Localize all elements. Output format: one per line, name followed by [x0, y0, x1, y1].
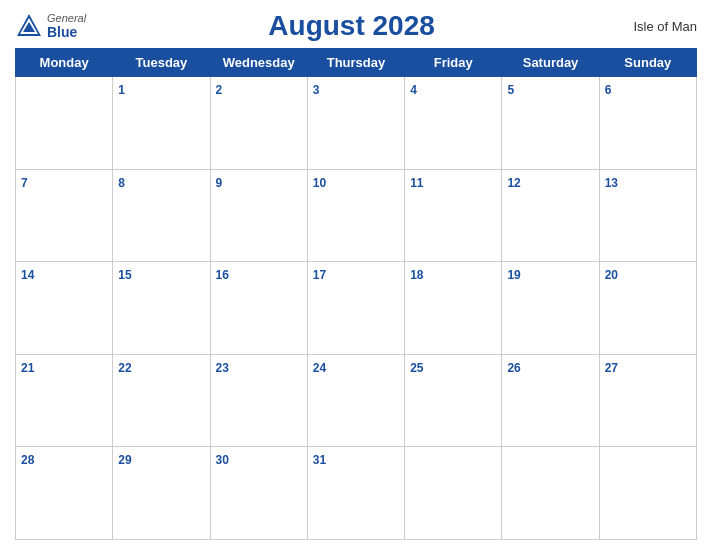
day-number: 3: [313, 83, 320, 97]
day-number: 22: [118, 361, 131, 375]
region-label: Isle of Man: [617, 19, 697, 34]
calendar-cell: 10: [307, 169, 404, 262]
calendar-week-row: 28293031: [16, 447, 697, 540]
day-number: 21: [21, 361, 34, 375]
calendar-cell: 25: [405, 354, 502, 447]
calendar-week-row: 123456: [16, 77, 697, 170]
calendar-cell: 30: [210, 447, 307, 540]
logo: General Blue: [15, 12, 86, 40]
calendar-cell: 22: [113, 354, 210, 447]
calendar-cell: 23: [210, 354, 307, 447]
calendar-cell: 3: [307, 77, 404, 170]
calendar-week-row: 78910111213: [16, 169, 697, 262]
calendar-cell: 26: [502, 354, 599, 447]
calendar-cell: 8: [113, 169, 210, 262]
weekday-header-row: MondayTuesdayWednesdayThursdayFridaySatu…: [16, 49, 697, 77]
day-number: 29: [118, 453, 131, 467]
day-number: 16: [216, 268, 229, 282]
month-title: August 2028: [86, 10, 617, 42]
day-number: 14: [21, 268, 34, 282]
calendar-cell: 16: [210, 262, 307, 355]
calendar-cell: [599, 447, 696, 540]
day-number: 13: [605, 176, 618, 190]
calendar-cell: 6: [599, 77, 696, 170]
day-number: 9: [216, 176, 223, 190]
day-number: 31: [313, 453, 326, 467]
calendar-cell: 4: [405, 77, 502, 170]
weekday-header-wednesday: Wednesday: [210, 49, 307, 77]
calendar-cell: 15: [113, 262, 210, 355]
day-number: 12: [507, 176, 520, 190]
day-number: 25: [410, 361, 423, 375]
calendar-week-row: 21222324252627: [16, 354, 697, 447]
day-number: 28: [21, 453, 34, 467]
day-number: 30: [216, 453, 229, 467]
weekday-header-thursday: Thursday: [307, 49, 404, 77]
weekday-header-saturday: Saturday: [502, 49, 599, 77]
calendar-cell: 17: [307, 262, 404, 355]
day-number: 4: [410, 83, 417, 97]
day-number: 23: [216, 361, 229, 375]
day-number: 11: [410, 176, 423, 190]
day-number: 1: [118, 83, 125, 97]
weekday-header-tuesday: Tuesday: [113, 49, 210, 77]
calendar-cell: 18: [405, 262, 502, 355]
day-number: 2: [216, 83, 223, 97]
day-number: 8: [118, 176, 125, 190]
day-number: 6: [605, 83, 612, 97]
calendar-cell: 27: [599, 354, 696, 447]
calendar-cell: 20: [599, 262, 696, 355]
weekday-header-sunday: Sunday: [599, 49, 696, 77]
day-number: 20: [605, 268, 618, 282]
weekday-header-monday: Monday: [16, 49, 113, 77]
calendar-cell: 1: [113, 77, 210, 170]
day-number: 24: [313, 361, 326, 375]
calendar-cell: 31: [307, 447, 404, 540]
calendar-cell: 7: [16, 169, 113, 262]
calendar-week-row: 14151617181920: [16, 262, 697, 355]
calendar-table: MondayTuesdayWednesdayThursdayFridaySatu…: [15, 48, 697, 540]
calendar-cell: 11: [405, 169, 502, 262]
calendar-cell: 21: [16, 354, 113, 447]
day-number: 17: [313, 268, 326, 282]
day-number: 7: [21, 176, 28, 190]
weekday-header-friday: Friday: [405, 49, 502, 77]
calendar-cell: 14: [16, 262, 113, 355]
calendar-cell: 13: [599, 169, 696, 262]
day-number: 19: [507, 268, 520, 282]
calendar-cell: 5: [502, 77, 599, 170]
calendar-cell: 9: [210, 169, 307, 262]
calendar-cell: 12: [502, 169, 599, 262]
day-number: 27: [605, 361, 618, 375]
day-number: 15: [118, 268, 131, 282]
page-header: General Blue August 2028 Isle of Man: [15, 10, 697, 42]
calendar-cell: 19: [502, 262, 599, 355]
calendar-cell: 28: [16, 447, 113, 540]
day-number: 18: [410, 268, 423, 282]
calendar-cell: 24: [307, 354, 404, 447]
calendar-cell: 2: [210, 77, 307, 170]
logo-blue-text: Blue: [47, 24, 86, 40]
calendar-cell: [405, 447, 502, 540]
calendar-cell: 29: [113, 447, 210, 540]
day-number: 10: [313, 176, 326, 190]
calendar-cell: [16, 77, 113, 170]
logo-general-text: General: [47, 12, 86, 24]
calendar-cell: [502, 447, 599, 540]
day-number: 5: [507, 83, 514, 97]
generalblue-logo-icon: [15, 12, 43, 40]
day-number: 26: [507, 361, 520, 375]
